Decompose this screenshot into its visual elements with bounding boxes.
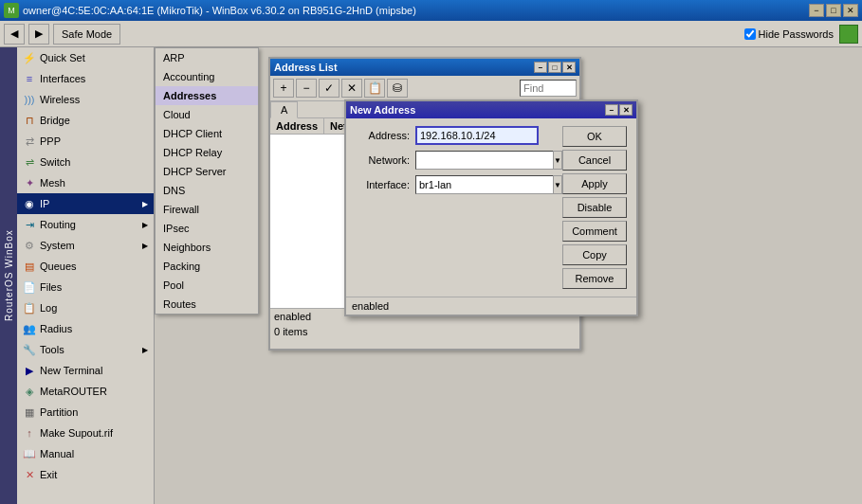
hide-passwords-label[interactable]: Hide Passwords xyxy=(744,28,834,40)
close-button[interactable]: ✕ xyxy=(843,4,858,17)
hide-passwords-checkbox[interactable] xyxy=(744,28,756,40)
edit-address-button[interactable]: ✓ xyxy=(319,79,339,98)
submenu-item-dns[interactable]: DNS xyxy=(156,181,258,200)
add-address-button[interactable]: + xyxy=(273,79,294,98)
interface-field-label: Interface: xyxy=(354,179,415,190)
submenu-item-dhcp-server[interactable]: DHCP Server xyxy=(156,162,258,181)
sidebar-item-queues[interactable]: ▤ Queues xyxy=(17,256,154,277)
sidebar-item-radius[interactable]: 👥 Radius xyxy=(17,318,154,339)
files-icon: 📄 xyxy=(23,280,36,294)
interface-field-row: Interface: ▼ xyxy=(354,175,555,194)
sidebar-item-system[interactable]: ⚙ System ▶ xyxy=(17,235,154,256)
cancel-button[interactable]: Cancel xyxy=(562,150,627,171)
sidebar-item-files[interactable]: 📄 Files xyxy=(17,277,154,297)
sidebar-item-wireless[interactable]: ))) Wireless xyxy=(17,89,154,110)
sidebar-item-routing[interactable]: ⇥ Routing ▶ xyxy=(17,214,154,235)
address-field-input[interactable] xyxy=(415,126,539,145)
address-field-row: Address: xyxy=(354,126,555,145)
address-list-close-button[interactable]: ✕ xyxy=(562,62,576,73)
new-address-dialog: New Address − ✕ Address: Network: xyxy=(344,99,638,316)
back-button[interactable]: ◀ xyxy=(4,24,25,45)
submenu-item-accounting[interactable]: Accounting xyxy=(156,67,258,86)
new-address-buttons: OK Cancel Apply Disable Comment Copy Rem… xyxy=(562,126,629,289)
sidebar-item-exit[interactable]: ✕ Exit xyxy=(17,464,154,485)
sidebar-item-partition[interactable]: ▦ Partition xyxy=(17,402,154,423)
forward-button[interactable]: ▶ xyxy=(28,24,49,45)
safe-mode-button[interactable]: Safe Mode xyxy=(53,24,120,45)
sidebar-item-make-supout[interactable]: ↑ Make Supout.rif xyxy=(17,423,154,443)
network-field-wrapper: ▼ xyxy=(415,151,539,170)
interfaces-icon: ≡ xyxy=(23,72,36,85)
submenu-item-cloud[interactable]: Cloud xyxy=(156,105,258,124)
submenu-item-arp[interactable]: ARP xyxy=(156,48,258,67)
copy-address-button[interactable]: 📋 xyxy=(364,79,385,98)
new-address-title: New Address xyxy=(350,104,415,116)
sidebar-label-metarouter: MetaROUTER xyxy=(40,386,107,397)
submenu-item-addresses[interactable]: Addresses xyxy=(156,86,258,105)
interface-field-input[interactable] xyxy=(415,175,553,194)
maximize-button[interactable]: □ xyxy=(826,4,841,17)
sidebar: ⚡ Quick Set ≡ Interfaces ))) Wireless ⊓ … xyxy=(17,47,155,504)
new-address-title-bar: New Address − ✕ xyxy=(346,101,636,118)
address-field-label: Address: xyxy=(354,130,415,141)
sidebar-item-ppp[interactable]: ⇄ PPP xyxy=(17,131,154,152)
sidebar-item-interfaces[interactable]: ≡ Interfaces xyxy=(17,68,154,89)
ok-button[interactable]: OK xyxy=(562,126,627,147)
new-address-close-button[interactable]: ✕ xyxy=(619,104,633,116)
sidebar-item-log[interactable]: 📋 Log xyxy=(17,297,154,318)
submenu-item-ipsec[interactable]: IPsec xyxy=(156,219,258,238)
hide-passwords-text: Hide Passwords xyxy=(759,28,834,40)
toolbar-right: Hide Passwords xyxy=(744,25,858,44)
new-address-minimize-button[interactable]: − xyxy=(605,104,618,116)
sidebar-item-metarouter[interactable]: ◈ MetaROUTER xyxy=(17,381,154,402)
mesh-icon: ✦ xyxy=(23,176,36,189)
apply-button[interactable]: Apply xyxy=(562,173,627,194)
address-list-restore-button[interactable]: □ xyxy=(548,62,561,73)
wireless-icon: ))) xyxy=(23,93,36,106)
delete-address-button[interactable]: ✕ xyxy=(341,79,362,98)
disable-button[interactable]: Disable xyxy=(562,197,627,218)
queues-icon: ▤ xyxy=(23,260,36,273)
sidebar-item-mesh[interactable]: ✦ Mesh xyxy=(17,172,154,193)
sidebar-label-switch: Switch xyxy=(40,156,70,168)
submenu-item-packing[interactable]: Packing xyxy=(156,257,258,276)
submenu-item-dhcp-relay[interactable]: DHCP Relay xyxy=(156,143,258,162)
ppp-icon: ⇄ xyxy=(23,135,36,148)
remove-address-button[interactable]: − xyxy=(296,79,317,98)
tab-address[interactable]: A xyxy=(270,101,298,118)
content-area: Address List − □ ✕ + − ✓ ✕ 📋 ⛁ A xyxy=(155,47,862,504)
submenu-item-pool[interactable]: Pool xyxy=(156,276,258,295)
submenu-item-firewall[interactable]: Firewall xyxy=(156,200,258,219)
find-input[interactable] xyxy=(520,80,577,97)
sidebar-item-quick-set[interactable]: ⚡ Quick Set xyxy=(17,47,154,68)
sidebar-label-interfaces: Interfaces xyxy=(40,73,85,84)
network-field-input[interactable] xyxy=(415,151,553,170)
network-dropdown-button[interactable]: ▼ xyxy=(553,151,562,170)
routing-arrow-icon: ▶ xyxy=(142,221,148,229)
submenu-item-neighbors[interactable]: Neighbors xyxy=(156,238,258,257)
sidebar-item-ip[interactable]: ◉ IP ▶ xyxy=(17,193,154,214)
sidebar-label-queues: Queues xyxy=(40,261,77,272)
interface-dropdown-button[interactable]: ▼ xyxy=(553,175,562,194)
address-list-minimize-button[interactable]: − xyxy=(534,62,547,73)
sidebar-label-make-supout: Make Supout.rif xyxy=(40,427,113,439)
sidebar-label-files: Files xyxy=(40,281,62,293)
sidebar-label-partition: Partition xyxy=(40,406,78,418)
sidebar-label-tools: Tools xyxy=(40,344,64,355)
address-count: 0 items xyxy=(270,324,579,339)
submenu-item-routes[interactable]: Routes xyxy=(156,295,258,314)
submenu-item-dhcp-client[interactable]: DHCP Client xyxy=(156,124,258,143)
sidebar-label-manual: Manual xyxy=(40,448,74,459)
sidebar-item-bridge[interactable]: ⊓ Bridge xyxy=(17,110,154,131)
comment-button[interactable]: Comment xyxy=(562,221,627,242)
sidebar-item-tools[interactable]: 🔧 Tools ▶ xyxy=(17,339,154,360)
remove-button[interactable]: Remove xyxy=(562,268,627,289)
sidebar-item-manual[interactable]: 📖 Manual xyxy=(17,443,154,464)
copy-button[interactable]: Copy xyxy=(562,244,627,265)
minimize-button[interactable]: − xyxy=(809,4,824,17)
sidebar-item-new-terminal[interactable]: ▶ New Terminal xyxy=(17,360,154,381)
sidebar-item-switch[interactable]: ⇌ Switch xyxy=(17,152,154,172)
sidebar-label-exit: Exit xyxy=(40,469,57,480)
sidebar-label-new-terminal: New Terminal xyxy=(40,365,102,376)
filter-address-button[interactable]: ⛁ xyxy=(387,79,408,98)
